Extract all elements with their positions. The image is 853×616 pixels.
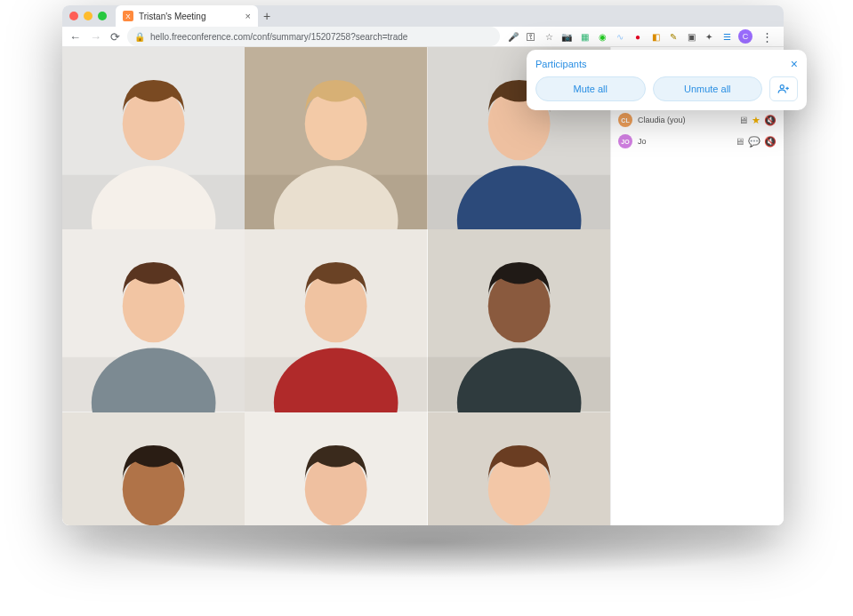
participant-row[interactable]: CL Claudia (you) 🖥 ★ 🔇 (611, 109, 784, 131)
tab-title: Tristan's Meeting (139, 12, 205, 21)
browser-toolbar: ← → ⟳ 🔒 hello.freeconference.com/conf/su… (62, 27, 784, 47)
key-extension-icon[interactable]: ⚿ (525, 30, 537, 43)
camera-extension-icon[interactable]: 📷 (560, 30, 573, 43)
url-text: hello.freeconference.com/conf/summary/15… (150, 32, 407, 42)
window-controls (69, 12, 107, 20)
participant-row[interactable]: JO Jo 🖥 💬 🔇 (611, 131, 784, 152)
participant-avatar: CL (618, 113, 632, 127)
close-window-icon[interactable] (69, 12, 78, 20)
pinterest-extension-icon[interactable]: ● (632, 30, 644, 43)
participant-name: Jo (638, 137, 729, 146)
reload-icon[interactable]: ⟳ (110, 30, 120, 44)
browser-menu-icon[interactable]: ⋮ (758, 30, 777, 44)
desktop-icon: 🖥 (738, 115, 748, 126)
video-tile[interactable] (245, 47, 427, 229)
video-tile[interactable] (428, 229, 610, 412)
evernote-extension-icon[interactable]: ◉ (596, 30, 608, 43)
minimize-window-icon[interactable] (84, 12, 93, 20)
star-icon[interactable]: ☆ (543, 30, 555, 43)
participants-sidepanel: CL Claudia (you) 🖥 ★ 🔇 JO Jo 🖥 💬 🔇 (610, 47, 784, 525)
video-tile[interactable] (428, 412, 610, 525)
new-tab-icon[interactable]: + (263, 9, 270, 23)
maximize-window-icon[interactable] (98, 12, 107, 20)
participant-name: Claudia (you) (638, 116, 733, 124)
host-star-icon: ★ (752, 115, 760, 126)
video-tile[interactable] (245, 412, 427, 525)
link-extension-icon[interactable]: ∿ (614, 30, 626, 43)
extension-icons: 🎤 ⚿ ☆ 📷 ▦ ◉ ∿ ● ◧ ✎ ▣ ✦ ☰ C ⋮ (507, 29, 777, 44)
participants-floating-panel: Participants × Mute all Unmute all (527, 50, 807, 110)
add-user-icon (777, 83, 790, 95)
video-tile[interactable] (62, 412, 245, 525)
mute-all-button[interactable]: Mute all (535, 76, 646, 101)
tab-favicon-icon: X (123, 11, 133, 21)
participants-list: CL Claudia (you) 🖥 ★ 🔇 JO Jo 🖥 💬 🔇 (611, 109, 784, 525)
cube-extension-icon[interactable]: ▣ (685, 30, 697, 43)
browser-tab[interactable]: X Tristan's Meeting × (116, 5, 258, 27)
app-content: CL Claudia (you) 🖥 ★ 🔇 JO Jo 🖥 💬 🔇 (62, 47, 784, 525)
lock-icon: 🔒 (134, 32, 145, 42)
tab-close-icon[interactable]: × (245, 11, 251, 21)
mic-muted-icon: 🔇 (764, 115, 777, 126)
chat-placeholder-icon: 💬 (748, 136, 760, 148)
pocket-extension-icon[interactable]: ◧ (649, 30, 662, 43)
list-extension-icon[interactable]: ☰ (720, 30, 733, 43)
panel-close-icon[interactable]: × (791, 57, 798, 71)
back-icon[interactable]: ← (69, 30, 81, 44)
video-tile[interactable] (62, 47, 245, 229)
mic-extension-icon[interactable]: 🎤 (507, 30, 519, 43)
participant-avatar: JO (618, 134, 632, 148)
svg-point-48 (780, 85, 784, 89)
marker-extension-icon[interactable]: ✎ (667, 30, 680, 43)
video-tile[interactable] (245, 229, 427, 412)
panel-title: Participants (535, 59, 586, 69)
browser-tabstrip: X Tristan's Meeting × + (62, 5, 784, 27)
desktop-icon: 🖥 (735, 136, 744, 148)
address-bar[interactable]: 🔒 hello.freeconference.com/conf/summary/… (127, 27, 500, 46)
add-participant-button[interactable] (769, 76, 798, 101)
video-grid (62, 47, 610, 525)
grid-extension-icon[interactable]: ▦ (578, 30, 591, 43)
mic-muted-icon: 🔇 (764, 136, 777, 148)
puzzle-extension-icon[interactable]: ✦ (703, 30, 715, 43)
forward-icon[interactable]: → (90, 30, 101, 44)
video-tile[interactable] (62, 229, 245, 412)
profile-avatar[interactable]: C (738, 29, 752, 44)
unmute-all-button[interactable]: Unmute all (653, 76, 763, 101)
